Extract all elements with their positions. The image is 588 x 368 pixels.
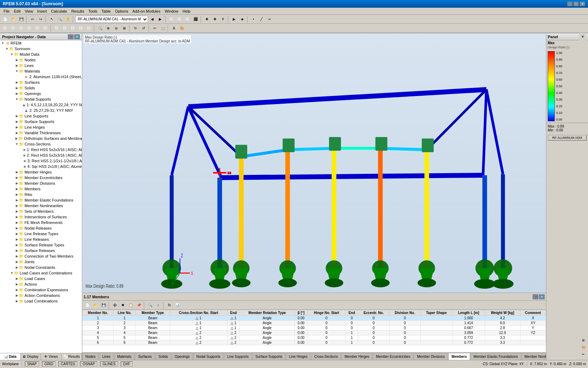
tab-member-eccent[interactable]: Member Eccentricities (373, 353, 413, 360)
tbl-del-btn[interactable]: ✖ (119, 301, 127, 309)
t2-btn1[interactable]: ⬜ (1, 25, 9, 32)
nav-item-ns2[interactable]: ▶ ▲ 2: 25,27,29-31; YYY NNY (0, 108, 82, 113)
pan-btn[interactable]: ✋ (64, 15, 72, 23)
t2-btn8[interactable]: ⬜ (61, 25, 69, 32)
tbl-paste-btn[interactable]: 📌 (135, 301, 143, 309)
render-btn[interactable]: ⬛ (192, 15, 200, 23)
expand-members[interactable]: ▶ (15, 187, 19, 191)
tab-cross-sections[interactable]: Cross-Sections (311, 353, 341, 360)
nav-item-actions[interactable]: ▶ 📁 Actions (0, 281, 82, 287)
expand-surfaces[interactable]: ▶ (15, 80, 19, 84)
expand-intersections[interactable]: ▶ (15, 215, 19, 219)
panel-icon1[interactable]: ⊞ (580, 337, 587, 343)
table-row[interactable]: 11Beam△ 1△ 1Angle0.0000001.0004.2X (83, 316, 546, 321)
tab-members[interactable]: Members (448, 353, 470, 360)
t2-btn6[interactable]: ⬜ (42, 25, 49, 32)
new-btn[interactable]: 📄 (1, 15, 9, 23)
tbl-add-btn[interactable]: ➕ (111, 301, 119, 309)
nav-tab-data[interactable]: 📊 Data (0, 353, 21, 360)
nav-item-ns1[interactable]: ▶ ▲ 1: 4,5,12,13,18,20,22,24; YYY NI (0, 102, 82, 108)
nav-item-surfacesupports[interactable]: ▶ 📁 Surface Supports (0, 119, 82, 124)
menu-results[interactable]: Results (69, 8, 86, 14)
line-btn[interactable]: ╱ (258, 15, 265, 23)
tab-nodal-supports[interactable]: Nodal Supports (193, 353, 224, 360)
nav-item-varthick[interactable]: ▶ 📁 Variable Thicknesses (0, 130, 82, 136)
table-row[interactable]: 44Beam△ 2△ 2Angle0.0001003.05912.9YZ (83, 330, 546, 335)
nav-item-setsofmembers[interactable]: ▶ 📁 Sets of Members (0, 209, 82, 214)
grid-btn[interactable]: # (219, 15, 227, 23)
t2-section[interactable]: ⬚ (159, 25, 167, 32)
view2-btn[interactable]: ⬜ (176, 15, 183, 23)
nav-item-linehinges[interactable]: ▶ 📁 Line Hinges (0, 124, 82, 130)
nav-item-loadcases-comb[interactable]: ▼ 📁 Load Cases and Combinations (0, 270, 82, 276)
nav-close-btn[interactable]: × (74, 34, 80, 39)
expand-crosssections[interactable]: ▼ (15, 142, 19, 146)
nav-item-sunroom[interactable]: ▼ 📁 Sunroom (0, 46, 82, 52)
expand-setsofmembers[interactable]: ▶ (15, 209, 19, 213)
snap2-btn[interactable]: ✤ (211, 15, 219, 23)
t2-btn9[interactable]: ⬜ (69, 25, 77, 32)
status-dxf[interactable]: DXF (121, 361, 133, 367)
nav-item-surfacereleasetypes[interactable]: ▶ 📁 Surface Release Types (0, 242, 82, 248)
tab-member-nonlin[interactable]: Member Nonlinearities (522, 353, 546, 360)
t2-zoom1[interactable]: 🔍 (96, 25, 104, 32)
expand-loadcases[interactable]: ▶ (15, 277, 19, 281)
table-cell[interactable]: Beam (136, 326, 170, 330)
expand-actioncomb[interactable]: ▶ (15, 293, 19, 298)
expand-connection[interactable]: ▶ (15, 254, 19, 258)
tab-openings[interactable]: Openings (172, 353, 193, 360)
t2-clip[interactable]: ✂ (151, 25, 159, 32)
viewport-3d[interactable]: Max Design Ratio [-] RF-ALUMINUM ADM CA1… (82, 33, 546, 293)
nav-item-linereleasetypes[interactable]: ▶ 📁 Line Release Types (0, 231, 82, 237)
panel-icon3[interactable]: ✏ (580, 351, 587, 357)
t2-label[interactable]: A (170, 25, 178, 32)
tbl-new-btn[interactable]: 📄 (84, 301, 91, 309)
nav-item-nodalconstraints[interactable]: ▶ 📁 Nodal Constraints (0, 265, 82, 270)
nav-item-membernonlin[interactable]: ▶ 📁 Member Nonlinearities (0, 203, 82, 209)
t2-color[interactable]: 🎨 (178, 25, 186, 32)
nav-item-memberdiv[interactable]: ▶ 📁 Member Divisions (0, 180, 82, 186)
expand-loadcomb[interactable]: ▶ (15, 299, 19, 303)
table-cell[interactable]: Beam (136, 321, 170, 326)
nav-item-nodalsupports[interactable]: ▼ 📁 Nodal Supports (0, 96, 82, 102)
expand-linereleases[interactable]: ▶ (15, 237, 19, 241)
tab-line-hinges[interactable]: Line Hinges (286, 353, 311, 360)
tbl-save-btn[interactable]: 💾 (100, 301, 107, 309)
table-cell[interactable]: Beam (136, 335, 170, 340)
nav-item-modeldata[interactable]: ▼ 📁 Model Data (0, 52, 82, 57)
t2-btn3[interactable]: ⬜ (18, 25, 25, 32)
nav-item-linesupports[interactable]: ▶ 📁 Line Supports (0, 113, 82, 119)
nav-item-femesh[interactable]: ▶ 📁 FE Mesh Refinements (0, 220, 82, 225)
tbl-copy-btn[interactable]: 📋 (127, 301, 135, 309)
nav-tab-results[interactable]: 📈 Results (62, 353, 82, 360)
expand-openings[interactable]: ▶ (15, 91, 19, 96)
nav-tab-display[interactable]: 🖥 Display (21, 353, 41, 360)
nav-item-cs3[interactable]: ▶ ■ 3: Rect HSS 2-1/2x1-1/2x1/8 | A (0, 158, 82, 164)
zoom-btn[interactable]: 🔍 (56, 15, 64, 23)
t2-fit[interactable]: ⊞ (120, 25, 128, 32)
table-row[interactable]: 33Beam△ 1△ 1Angle0.0000000.6672.8Y (83, 326, 546, 330)
t2-btn7[interactable]: ⬜ (53, 25, 61, 32)
expand-ortho[interactable]: ▶ (15, 136, 18, 141)
tbl-graph-btn[interactable]: 📊 (174, 301, 181, 309)
view3-btn[interactable]: ⬜ (184, 15, 191, 23)
status-cartes[interactable]: CARTES (58, 361, 77, 367)
table-cell[interactable]: Beam (136, 340, 170, 345)
nav-item-lines[interactable]: ▶ 📁 Lines (0, 63, 82, 68)
nav-item-mat2[interactable]: ▶ ■ 2: Aluminum 1100-H14 (Sheet, (0, 74, 82, 80)
tab-line-supports[interactable]: Line Supports (224, 353, 252, 360)
status-snap[interactable]: SNAP (25, 361, 39, 367)
tab-lines[interactable]: Lines (99, 353, 114, 360)
nav-item-solids[interactable]: ▶ 📁 Solids (0, 85, 82, 91)
expand-nodalsupports[interactable]: ▼ (15, 97, 19, 101)
table-row[interactable]: 55Beam△ 2△ 2Angle0.0001000.7723.3 (83, 335, 546, 340)
panel-close-btn[interactable]: × (579, 33, 587, 41)
expand-loadcases-comb[interactable]: ▼ (10, 271, 14, 275)
undo-btn[interactable]: ↩ (29, 15, 36, 23)
expand-materials[interactable]: ▼ (15, 69, 19, 73)
t2-zoom2[interactable]: ⊕ (104, 25, 112, 32)
expand-nodalreleases[interactable]: ▶ (15, 226, 19, 230)
nav-item-cs4[interactable]: ▶ ■ 4: Sqr HSS 2x1/8 | AISC; Alumir (0, 164, 82, 169)
menu-addon[interactable]: Add-on Modules (130, 8, 162, 14)
t2-btn5[interactable]: ⬜ (34, 25, 41, 32)
